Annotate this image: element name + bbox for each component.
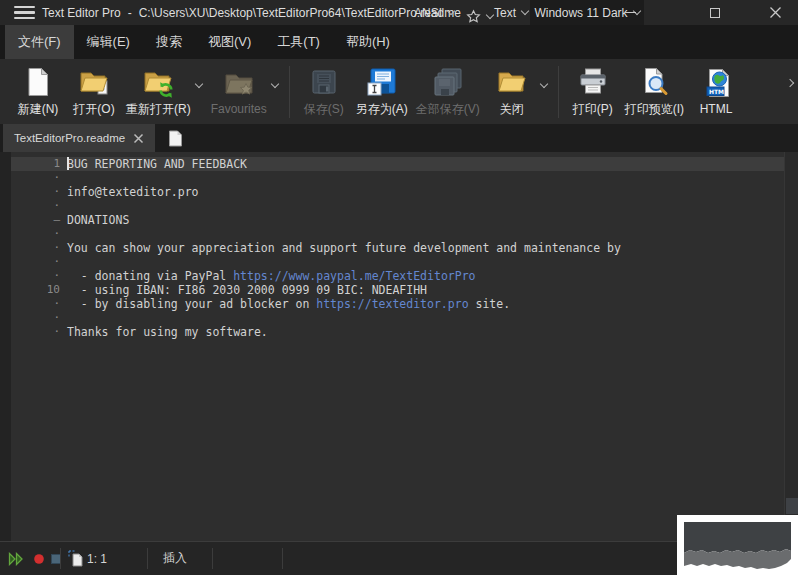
toolbar-button-label: 新建(N) — [18, 101, 59, 118]
editor-line-text: - using IBAN: FI86 2030 2000 0999 09 BIC… — [60, 283, 427, 297]
toolbar-button-reopen-folder[interactable]: 重新打开(R) — [122, 62, 195, 122]
insert-mode-indicator[interactable]: 插入 — [163, 542, 187, 575]
menu-item[interactable]: 视图(V) — [195, 25, 264, 59]
chevron-down-icon — [447, 6, 455, 14]
toolbar-button-open-folder[interactable]: 打开(O) — [66, 62, 122, 122]
toolbar-button-label: 全部保存(V) — [416, 101, 480, 118]
editor-line-text: You can show your appreciation and suppo… — [60, 241, 621, 255]
chevron-down-icon[interactable] — [539, 79, 547, 87]
editor-line-6: · — [11, 227, 798, 241]
statusbar-separator — [60, 548, 61, 569]
title-bar: Text Editor Pro - C:\Users\XU\Desktop\Te… — [0, 0, 798, 25]
toolbar-button-save-floppy: 保存(S) — [296, 62, 352, 122]
html-page-icon: HTM — [703, 67, 729, 99]
editor-line-text — [60, 311, 67, 325]
record-macro-button[interactable] — [33, 542, 45, 575]
maximize-button[interactable] — [692, 0, 737, 25]
text-segment: BUG REPORTING AND FEEDBACK — [67, 157, 247, 171]
toolbar-button-html-page[interactable]: HTMHTML — [688, 62, 744, 122]
editor-line-2: · — [11, 171, 798, 185]
gutter-label: · — [11, 199, 60, 213]
toolbar-button-new-document[interactable]: 新建(N) — [10, 62, 66, 122]
text-segment: You can show your appreciation and suppo… — [67, 241, 621, 255]
tab-close-icon[interactable] — [133, 133, 144, 144]
new-tab-button[interactable] — [155, 124, 195, 152]
new-document-icon — [168, 130, 182, 147]
toolbar-separator — [289, 66, 290, 118]
preview-overlay — [677, 515, 798, 575]
maximize-icon — [710, 8, 720, 18]
editor-line-text — [60, 227, 67, 241]
chevron-down-icon[interactable] — [270, 79, 278, 87]
reopen-folder-icon — [142, 66, 174, 98]
record-icon — [33, 553, 45, 565]
editor-line-7: ·You can show your appreciation and supp… — [11, 241, 798, 255]
editor-line-text: BUG REPORTING AND FEEDBACK — [60, 157, 247, 171]
save-as-floppy-icon — [366, 66, 398, 98]
url-link[interactable]: https://www.paypal.me/TextEditorPro — [233, 269, 475, 283]
editor-line-13: ·Thanks for using my software. — [11, 325, 798, 339]
editor-line-4: · — [11, 199, 798, 213]
close-icon — [769, 6, 782, 19]
gutter-label: · — [11, 227, 60, 241]
filetype-dropdown[interactable]: Text — [494, 0, 528, 25]
print-preview-icon — [638, 66, 670, 98]
toolbar-separator — [558, 66, 559, 118]
editor-line-text — [60, 199, 67, 213]
printer-icon — [577, 66, 609, 98]
editor[interactable]: 1BUG REPORTING AND FEEDBACK··info@texted… — [0, 152, 798, 541]
toolbar-button-save-as-floppy[interactable]: 另存为(A) — [352, 62, 412, 122]
toolbar-button-label: 关闭 — [500, 101, 524, 118]
text-segment: info@texteditor.pro — [67, 185, 199, 199]
toolbar-button-printer[interactable]: 打印(P) — [565, 62, 621, 122]
tab-label: TextEditorPro.readme — [14, 132, 125, 144]
text-segment: - donating via PayPal — [67, 269, 233, 283]
editor-line-5: –DONATIONS — [11, 213, 798, 227]
menu-item[interactable]: 编辑(E) — [74, 25, 143, 59]
new-document-icon — [22, 66, 54, 98]
toolbar-button-print-preview[interactable]: 打印预览(I) — [621, 62, 688, 122]
menu-bar: 文件(F)编辑(E)搜索视图(V)工具(T)帮助(H) — [0, 25, 798, 59]
menu-item[interactable]: 文件(F) — [5, 25, 74, 59]
play-macro-button[interactable] — [8, 542, 26, 575]
vertical-scrollbar[interactable] — [784, 152, 798, 541]
menu-item[interactable]: 帮助(H) — [333, 25, 403, 59]
chevron-down-icon — [521, 6, 529, 14]
scrollbar-button[interactable] — [786, 498, 798, 514]
toolbar: 新建(N)打开(O)重新打开(R)Favourites保存(S)另存为(A)全部… — [0, 59, 798, 124]
save-floppy-icon — [308, 66, 340, 98]
window-title: Text Editor Pro - C:\Users\XU\Desktop\Te… — [42, 0, 461, 25]
toolbar-button-label: Favourites — [211, 102, 267, 116]
editor-line-1: 1BUG REPORTING AND FEEDBACK — [11, 157, 798, 171]
toolbar-button-close-folder[interactable]: 关闭 — [484, 62, 540, 122]
gutter-label: · — [11, 241, 60, 255]
close-folder-icon — [496, 66, 528, 98]
caret-position-icon — [68, 542, 84, 575]
toolbar-button-label: 另存为(A) — [356, 101, 408, 118]
gutter-label: · — [11, 325, 60, 339]
editor-line-3: ·info@texteditor.pro — [11, 185, 798, 199]
minimize-button[interactable] — [608, 0, 653, 25]
editor-line-text — [60, 255, 67, 269]
editor-line-text: - by disabling your ad blocker on https:… — [60, 297, 510, 311]
chevron-down-icon[interactable] — [194, 79, 202, 87]
menu-item[interactable]: 搜索 — [143, 25, 195, 59]
menu-item[interactable]: 工具(T) — [264, 25, 333, 59]
encoding-dropdown[interactable]: ANSI — [414, 0, 454, 25]
hamburger-menu-icon[interactable] — [14, 6, 35, 19]
gutter-label: – — [11, 213, 60, 227]
close-window-button[interactable] — [753, 0, 798, 25]
caret-position[interactable]: 1: 1 — [87, 542, 107, 575]
gutter-label: 1 — [11, 157, 60, 171]
gutter-label: 10 — [11, 283, 60, 297]
app-title: Text Editor Pro — [42, 6, 121, 20]
tab-texteditorpro-readme[interactable]: TextEditorPro.readme — [3, 124, 155, 152]
open-folder-icon — [78, 66, 110, 98]
gutter-label: · — [11, 171, 60, 185]
url-link[interactable]: https://texteditor.pro — [316, 297, 468, 311]
toolbar-button-label: 打开(O) — [73, 101, 114, 118]
text-segment: DONATIONS — [67, 213, 129, 227]
filetype-value: Text — [494, 6, 516, 20]
statusbar-separator — [147, 548, 148, 569]
editor-line-text: info@texteditor.pro — [60, 185, 199, 199]
